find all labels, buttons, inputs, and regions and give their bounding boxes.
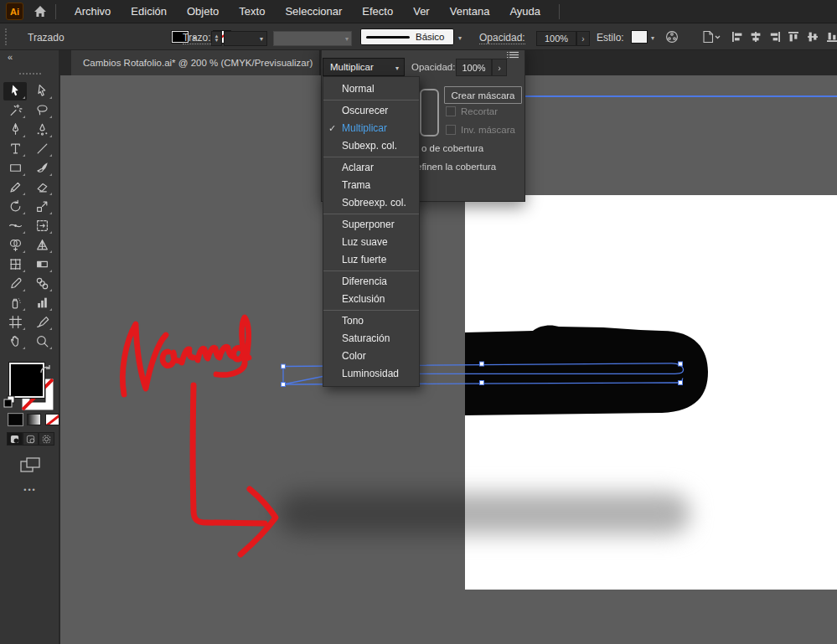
stroke-weight-stepper[interactable]: ▲ ▼ — [211, 31, 222, 46]
stepper-down-icon[interactable]: ▼ — [214, 39, 220, 43]
menu-ventana[interactable]: Ventana — [440, 1, 500, 22]
align-horizontal-center-icon[interactable] — [749, 30, 762, 44]
graphic-style-swatch[interactable] — [631, 30, 648, 44]
mesh-tool[interactable] — [3, 255, 27, 274]
red-annotation-normal[interactable] — [122, 317, 249, 394]
blend-option-luz-fuerte[interactable]: Luz fuerte — [323, 251, 419, 269]
screen-mode-icon[interactable] — [20, 457, 40, 477]
eraser-tool[interactable] — [30, 178, 54, 197]
gradient-tool[interactable] — [30, 255, 54, 274]
blend-option-exclusi-n[interactable]: Exclusión — [323, 291, 419, 308]
none-button[interactable] — [45, 414, 59, 425]
curvature-tool[interactable] — [30, 121, 54, 139]
blend-option-luminosidad[interactable]: Luminosidad — [323, 365, 419, 383]
blend-mode-dropdown[interactable]: Multiplicar ▾ — [323, 58, 405, 76]
rectangle-tool[interactable] — [3, 159, 27, 178]
guide-line[interactable] — [525, 95, 837, 97]
document-tab[interactable]: Cambios Rotafolio.ai* @ 200 % (CMYK/Prev… — [71, 50, 319, 75]
blend-option-superponer[interactable]: Superponer — [323, 216, 419, 234]
slice-tool[interactable] — [30, 313, 54, 332]
color-button[interactable] — [8, 414, 23, 425]
document-setup-icon[interactable] — [702, 30, 722, 44]
scale-tool[interactable] — [30, 198, 54, 216]
draw-normal-icon[interactable] — [7, 432, 23, 446]
blend-option-sobreexp-col-[interactable]: Sobreexp. col. — [323, 194, 419, 212]
menu-seleccionar[interactable]: Seleccionar — [275, 1, 352, 22]
black-marker-shape[interactable] — [465, 325, 708, 415]
draw-inside-icon[interactable] — [39, 432, 54, 446]
opacity-arrow-button[interactable]: › — [576, 31, 590, 46]
align-right-icon[interactable] — [768, 30, 782, 44]
blend-option-saturaci-n[interactable]: Saturación — [323, 330, 419, 348]
toolbar-grip[interactable] — [19, 73, 41, 75]
blend-tool[interactable] — [30, 275, 54, 293]
blend-option-oscurecer[interactable]: Oscurecer — [323, 102, 419, 120]
width-tool[interactable] — [3, 217, 27, 235]
blend-option-multiplicar[interactable]: ✓Multiplicar — [323, 120, 419, 137]
lasso-tool[interactable] — [30, 101, 54, 120]
align-vertical-center-icon[interactable] — [806, 30, 819, 44]
menu-ayuda[interactable]: Ayuda — [499, 1, 550, 22]
collapse-panel-icon[interactable]: « — [8, 52, 13, 62]
blend-option-tono[interactable]: Tono — [323, 312, 419, 330]
blend-option-color[interactable]: Color — [323, 348, 419, 365]
magic-wand-tool[interactable] — [3, 101, 27, 120]
symbol-sprayer-tool[interactable] — [3, 294, 27, 312]
shape-builder-tool[interactable] — [3, 236, 27, 255]
direct-selection-tool[interactable] — [30, 82, 54, 100]
default-fill-stroke-icon[interactable] — [3, 395, 16, 411]
pen-tool[interactable] — [3, 121, 27, 139]
style-chevron-icon[interactable]: ▾ — [651, 34, 654, 42]
edit-toolbar-icon[interactable]: ••• — [0, 486, 60, 494]
type-tool[interactable] — [3, 140, 27, 158]
blend-option-trama[interactable]: Trama — [323, 177, 419, 194]
knockout-group-label[interactable]: o de cobertura — [421, 143, 483, 153]
eyedropper-tool[interactable] — [3, 275, 27, 293]
menu-archivo[interactable]: Archivo — [65, 1, 121, 22]
panel-opacity-arrow-button[interactable]: › — [492, 59, 507, 76]
swap-fill-stroke-icon[interactable] — [39, 363, 52, 378]
blend-option-normal[interactable]: Normal — [323, 80, 419, 98]
paintbrush-tool[interactable] — [30, 159, 54, 178]
menu-objeto[interactable]: Objeto — [177, 1, 229, 22]
align-left-icon[interactable] — [731, 30, 744, 44]
align-top-icon[interactable] — [787, 30, 800, 44]
zoom-tool[interactable] — [30, 332, 54, 351]
artboard-tool[interactable] — [3, 313, 27, 332]
blend-option-subexp-col-[interactable]: Subexp. col. — [323, 137, 419, 155]
gradient-button[interactable] — [27, 414, 41, 425]
draw-behind-icon[interactable] — [23, 432, 39, 446]
stroke-weight-label[interactable]: Trazo: — [183, 32, 211, 44]
opacity-label[interactable]: Opacidad: — [479, 32, 525, 44]
shaper-tool[interactable] — [3, 178, 27, 197]
brush-definition-dropdown[interactable]: Básico — [360, 28, 454, 45]
home-icon[interactable] — [34, 5, 47, 18]
rotate-tool[interactable] — [3, 198, 27, 216]
panel-opacity-value[interactable]: 100% — [456, 59, 492, 76]
blend-option-diferencia[interactable]: Diferencia — [323, 273, 419, 291]
controlbar-grip[interactable] — [5, 28, 8, 45]
align-bottom-icon[interactable] — [825, 30, 837, 44]
brush-chevron-icon[interactable]: ▾ — [458, 34, 462, 42]
red-annotation-arrow[interactable] — [193, 385, 276, 554]
tools-panel: « — [0, 50, 60, 644]
blend-option-luz-suave[interactable]: Luz suave — [323, 234, 419, 251]
selection-tool[interactable] — [3, 82, 27, 100]
knockout-shape-label[interactable]: efinen la cobertura — [416, 162, 496, 172]
free-transform-tool[interactable] — [30, 217, 54, 235]
stroke-weight-dropdown[interactable]: ▾ — [224, 31, 267, 46]
column-graph-tool[interactable] — [30, 294, 54, 312]
hand-tool[interactable] — [3, 332, 27, 351]
line-segment-tool[interactable] — [30, 140, 54, 158]
blend-option-aclarar[interactable]: Aclarar — [323, 159, 419, 177]
menu-texto[interactable]: Texto — [229, 1, 275, 22]
panel-menu-icon[interactable] — [506, 49, 519, 64]
menu-edición[interactable]: Edición — [121, 1, 177, 22]
create-mask-button[interactable]: Crear máscara — [444, 86, 522, 104]
menu-efecto[interactable]: Efecto — [352, 1, 403, 22]
menu-ver[interactable]: Ver — [403, 1, 440, 22]
recolor-artwork-icon[interactable] — [665, 30, 679, 44]
perspective-grid-tool[interactable] — [30, 236, 54, 255]
app-logo-icon[interactable]: Ai — [6, 3, 23, 20]
opacity-value-field[interactable]: 100% — [536, 31, 576, 46]
